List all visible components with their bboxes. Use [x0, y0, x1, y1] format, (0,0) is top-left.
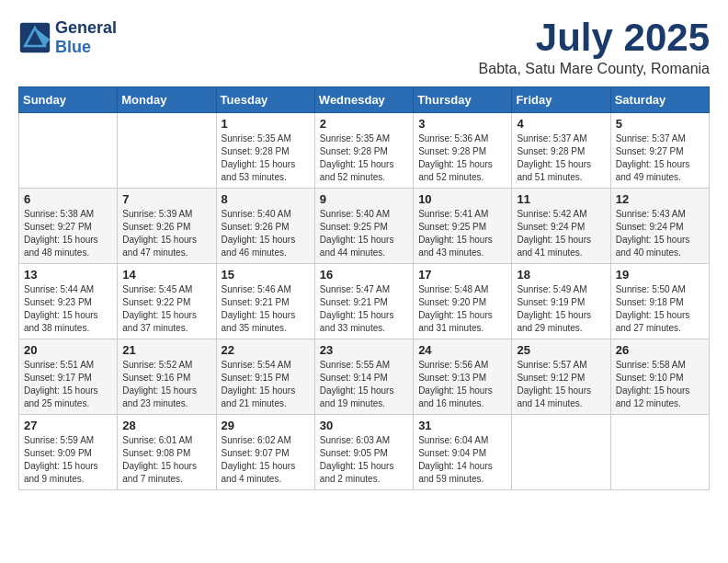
calendar-cell: 11 Sunrise: 5:42 AMSunset: 9:24 PMDaylig…: [512, 189, 610, 264]
calendar-cell: 9 Sunrise: 5:40 AMSunset: 9:25 PMDayligh…: [314, 189, 413, 264]
day-info: Sunrise: 5:41 AMSunset: 9:25 PMDaylight:…: [418, 208, 506, 259]
calendar-cell: [512, 415, 610, 490]
header: General Blue July 2025 Babta, Satu Mare …: [18, 18, 710, 77]
weekday-header-sunday: Sunday: [19, 87, 118, 113]
calendar-cell: 27 Sunrise: 5:59 AMSunset: 9:09 PMDaylig…: [19, 415, 118, 490]
calendar-cell: 25 Sunrise: 5:57 AMSunset: 9:12 PMDaylig…: [512, 339, 610, 415]
day-info: Sunrise: 5:54 AMSunset: 9:15 PMDaylight:…: [222, 359, 310, 410]
day-info: Sunrise: 5:58 AMSunset: 9:10 PMDaylight:…: [616, 359, 704, 410]
day-info: Sunrise: 5:50 AMSunset: 9:18 PMDaylight:…: [616, 283, 704, 335]
day-number: 8: [222, 192, 310, 206]
calendar-table: SundayMondayTuesdayWednesdayThursdayFrid…: [18, 86, 710, 490]
day-number: 3: [418, 117, 506, 131]
day-info: Sunrise: 5:35 AMSunset: 9:28 PMDaylight:…: [320, 132, 408, 184]
day-number: 6: [24, 192, 112, 206]
day-info: Sunrise: 5:57 AMSunset: 9:12 PMDaylight:…: [517, 359, 605, 410]
day-info: Sunrise: 5:37 AMSunset: 9:27 PMDaylight:…: [616, 132, 704, 184]
calendar-week-2: 6 Sunrise: 5:38 AMSunset: 9:27 PMDayligh…: [19, 189, 710, 264]
day-number: 19: [616, 268, 704, 282]
day-info: Sunrise: 5:40 AMSunset: 9:26 PMDaylight:…: [222, 208, 310, 259]
day-info: Sunrise: 5:40 AMSunset: 9:25 PMDaylight:…: [320, 208, 408, 259]
calendar-cell: [610, 415, 709, 490]
calendar-cell: 23 Sunrise: 5:55 AMSunset: 9:14 PMDaylig…: [314, 339, 413, 415]
calendar-cell: 26 Sunrise: 5:58 AMSunset: 9:10 PMDaylig…: [610, 339, 709, 415]
day-info: Sunrise: 5:36 AMSunset: 9:28 PMDaylight:…: [418, 132, 506, 184]
calendar-cell: 10 Sunrise: 5:41 AMSunset: 9:25 PMDaylig…: [414, 189, 512, 264]
day-number: 13: [24, 268, 112, 282]
calendar-week-1: 1 Sunrise: 5:35 AMSunset: 9:28 PMDayligh…: [19, 113, 710, 189]
weekday-header-thursday: Thursday: [414, 87, 512, 113]
day-info: Sunrise: 5:43 AMSunset: 9:24 PMDaylight:…: [616, 208, 704, 259]
day-number: 31: [418, 419, 506, 432]
calendar-cell: 16 Sunrise: 5:47 AMSunset: 9:21 PMDaylig…: [314, 264, 413, 339]
calendar-cell: 18 Sunrise: 5:49 AMSunset: 9:19 PMDaylig…: [512, 264, 610, 339]
calendar-cell: 15 Sunrise: 5:46 AMSunset: 9:21 PMDaylig…: [216, 264, 314, 339]
logo-text: General Blue: [55, 18, 117, 57]
day-number: 28: [122, 419, 210, 432]
calendar-cell: [118, 113, 216, 189]
day-info: Sunrise: 6:02 AMSunset: 9:07 PMDaylight:…: [222, 434, 310, 486]
day-info: Sunrise: 5:51 AMSunset: 9:17 PMDaylight:…: [24, 359, 112, 410]
day-number: 24: [418, 343, 506, 357]
calendar-cell: 3 Sunrise: 5:36 AMSunset: 9:28 PMDayligh…: [414, 113, 512, 189]
day-number: 2: [320, 117, 408, 131]
day-number: 17: [418, 268, 506, 282]
day-number: 30: [320, 419, 408, 432]
day-number: 14: [122, 268, 210, 282]
day-number: 10: [418, 192, 506, 206]
weekday-header-wednesday: Wednesday: [314, 87, 413, 113]
day-number: 27: [24, 419, 112, 432]
calendar-cell: 13 Sunrise: 5:44 AMSunset: 9:23 PMDaylig…: [19, 264, 118, 339]
calendar-week-4: 20 Sunrise: 5:51 AMSunset: 9:17 PMDaylig…: [19, 339, 710, 415]
day-info: Sunrise: 5:44 AMSunset: 9:23 PMDaylight:…: [24, 283, 112, 335]
logo-icon: [18, 21, 51, 54]
calendar-week-5: 27 Sunrise: 5:59 AMSunset: 9:09 PMDaylig…: [19, 415, 710, 490]
calendar-cell: 20 Sunrise: 5:51 AMSunset: 9:17 PMDaylig…: [19, 339, 118, 415]
day-number: 7: [122, 192, 210, 206]
weekday-header-saturday: Saturday: [610, 87, 709, 113]
calendar-week-3: 13 Sunrise: 5:44 AMSunset: 9:23 PMDaylig…: [19, 264, 710, 339]
calendar-cell: 12 Sunrise: 5:43 AMSunset: 9:24 PMDaylig…: [610, 189, 709, 264]
month-title: July 2025: [479, 18, 710, 57]
weekday-header-tuesday: Tuesday: [216, 87, 314, 113]
day-info: Sunrise: 6:04 AMSunset: 9:04 PMDaylight:…: [418, 434, 506, 486]
day-number: 29: [222, 419, 310, 432]
calendar-cell: 30 Sunrise: 6:03 AMSunset: 9:05 PMDaylig…: [314, 415, 413, 490]
calendar-cell: 29 Sunrise: 6:02 AMSunset: 9:07 PMDaylig…: [216, 415, 314, 490]
calendar-cell: 8 Sunrise: 5:40 AMSunset: 9:26 PMDayligh…: [216, 189, 314, 264]
day-info: Sunrise: 5:56 AMSunset: 9:13 PMDaylight:…: [418, 359, 506, 410]
day-number: 9: [320, 192, 408, 206]
calendar-cell: 4 Sunrise: 5:37 AMSunset: 9:28 PMDayligh…: [512, 113, 610, 189]
calendar-cell: 1 Sunrise: 5:35 AMSunset: 9:28 PMDayligh…: [216, 113, 314, 189]
day-number: 16: [320, 268, 408, 282]
day-number: 21: [122, 343, 210, 357]
calendar-cell: 22 Sunrise: 5:54 AMSunset: 9:15 PMDaylig…: [216, 339, 314, 415]
location-subtitle: Babta, Satu Mare County, Romania: [479, 61, 710, 77]
day-info: Sunrise: 6:03 AMSunset: 9:05 PMDaylight:…: [320, 434, 408, 486]
day-info: Sunrise: 5:48 AMSunset: 9:20 PMDaylight:…: [418, 283, 506, 335]
calendar-cell: 28 Sunrise: 6:01 AMSunset: 9:08 PMDaylig…: [118, 415, 216, 490]
day-info: Sunrise: 5:55 AMSunset: 9:14 PMDaylight:…: [320, 359, 408, 410]
weekday-header-row: SundayMondayTuesdayWednesdayThursdayFrid…: [19, 87, 710, 113]
calendar-cell: 7 Sunrise: 5:39 AMSunset: 9:26 PMDayligh…: [118, 189, 216, 264]
day-number: 5: [616, 117, 704, 131]
day-number: 20: [24, 343, 112, 357]
calendar-cell: [19, 113, 118, 189]
calendar-cell: 5 Sunrise: 5:37 AMSunset: 9:27 PMDayligh…: [610, 113, 709, 189]
day-number: 12: [616, 192, 704, 206]
day-number: 25: [517, 343, 605, 357]
day-info: Sunrise: 5:35 AMSunset: 9:28 PMDaylight:…: [222, 132, 310, 184]
day-info: Sunrise: 5:46 AMSunset: 9:21 PMDaylight:…: [222, 283, 310, 335]
day-info: Sunrise: 5:59 AMSunset: 9:09 PMDaylight:…: [24, 434, 112, 486]
calendar-cell: 19 Sunrise: 5:50 AMSunset: 9:18 PMDaylig…: [610, 264, 709, 339]
day-info: Sunrise: 5:37 AMSunset: 9:28 PMDaylight:…: [517, 132, 605, 184]
day-info: Sunrise: 5:49 AMSunset: 9:19 PMDaylight:…: [517, 283, 605, 335]
day-number: 23: [320, 343, 408, 357]
calendar-cell: 6 Sunrise: 5:38 AMSunset: 9:27 PMDayligh…: [19, 189, 118, 264]
day-info: Sunrise: 5:52 AMSunset: 9:16 PMDaylight:…: [122, 359, 210, 410]
day-number: 11: [517, 192, 605, 206]
day-info: Sunrise: 5:45 AMSunset: 9:22 PMDaylight:…: [122, 283, 210, 335]
day-info: Sunrise: 6:01 AMSunset: 9:08 PMDaylight:…: [122, 434, 210, 486]
weekday-header-monday: Monday: [118, 87, 216, 113]
day-info: Sunrise: 5:47 AMSunset: 9:21 PMDaylight:…: [320, 283, 408, 335]
